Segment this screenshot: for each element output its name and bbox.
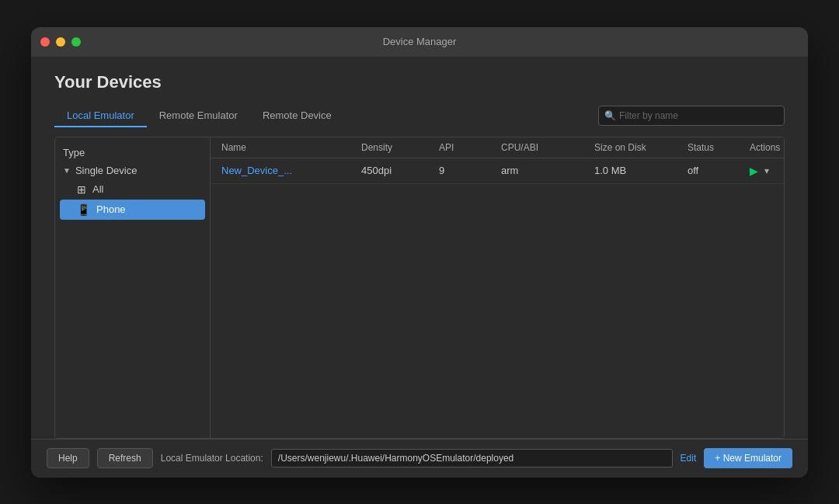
device-status: off [688, 165, 750, 176]
close-button[interactable] [40, 37, 50, 47]
th-status: Status [688, 142, 750, 153]
th-api: API [439, 142, 501, 153]
content-area: Your Devices Local Emulator Remote Emula… [31, 57, 808, 439]
device-cpu-abi: arm [501, 165, 594, 176]
sidebar-item-phone-label: Phone [96, 203, 126, 215]
traffic-lights [40, 37, 81, 47]
app-window: Device Manager Your Devices Local Emulat… [31, 27, 808, 478]
tab-remote-device[interactable]: Remote Device [250, 105, 344, 127]
device-api: 9 [439, 165, 501, 176]
filter-wrap: 🔍 [598, 106, 785, 126]
sidebar-item-phone[interactable]: 📱 Phone [60, 200, 205, 220]
new-emulator-button[interactable]: + New Emulator [704, 448, 792, 468]
filter-input[interactable] [598, 106, 785, 126]
location-input[interactable] [271, 449, 673, 468]
minimize-button[interactable] [56, 37, 65, 47]
play-button[interactable]: ▶ [750, 165, 758, 177]
sidebar-type-header: Type [55, 144, 210, 162]
th-actions: Actions [750, 142, 780, 153]
titlebar: Device Manager [31, 27, 808, 57]
sidebar: Type ▼ Single Device ⊞ All 📱 Phone [55, 137, 211, 438]
device-density: 450dpi [361, 165, 439, 176]
table-area: Name Density API CPU/ABI Size on Disk St… [211, 137, 784, 438]
maximize-button[interactable] [71, 37, 81, 47]
window-title: Device Manager [383, 36, 457, 47]
page-title: Your Devices [54, 72, 785, 92]
sidebar-item-all-label: All [92, 183, 103, 195]
chevron-down-icon: ▼ [63, 166, 71, 175]
tabs-row: Local Emulator Remote Emulator Remote De… [54, 105, 785, 127]
sidebar-single-device-toggle[interactable]: ▼ Single Device [55, 162, 210, 179]
bottom-bar: Help Refresh Local Emulator Location: Ed… [31, 439, 808, 478]
actions-dropdown-icon[interactable]: ▾ [764, 165, 769, 176]
device-name[interactable]: New_Device_... [221, 165, 361, 176]
sidebar-item-all[interactable]: ⊞ All [55, 179, 210, 200]
grid-icon: ⊞ [77, 183, 86, 196]
th-density: Density [361, 142, 439, 153]
tabs: Local Emulator Remote Emulator Remote De… [54, 105, 344, 127]
phone-icon: 📱 [77, 203, 90, 216]
tab-remote-emulator[interactable]: Remote Emulator [147, 105, 250, 127]
tab-local-emulator[interactable]: Local Emulator [54, 105, 147, 127]
main-panel: Type ▼ Single Device ⊞ All 📱 Phone [54, 137, 785, 439]
device-size: 1.0 MB [594, 165, 688, 176]
th-name: Name [221, 142, 361, 153]
th-size: Size on Disk [594, 142, 688, 153]
table-header: Name Density API CPU/ABI Size on Disk St… [211, 137, 784, 158]
th-cpu-abi: CPU/ABI [501, 142, 594, 153]
edit-link[interactable]: Edit [681, 453, 697, 464]
refresh-button[interactable]: Refresh [97, 448, 153, 468]
help-button[interactable]: Help [47, 448, 89, 468]
type-label: Type [63, 147, 85, 158]
search-icon: 🔍 [604, 110, 616, 121]
table-body: New_Device_... 450dpi 9 arm 1.0 MB off ▶… [211, 158, 784, 438]
location-label: Local Emulator Location: [161, 453, 263, 464]
table-row: New_Device_... 450dpi 9 arm 1.0 MB off ▶… [211, 158, 784, 184]
device-actions: ▶ ▾ [750, 165, 773, 177]
sidebar-section-label: Single Device [75, 165, 138, 176]
